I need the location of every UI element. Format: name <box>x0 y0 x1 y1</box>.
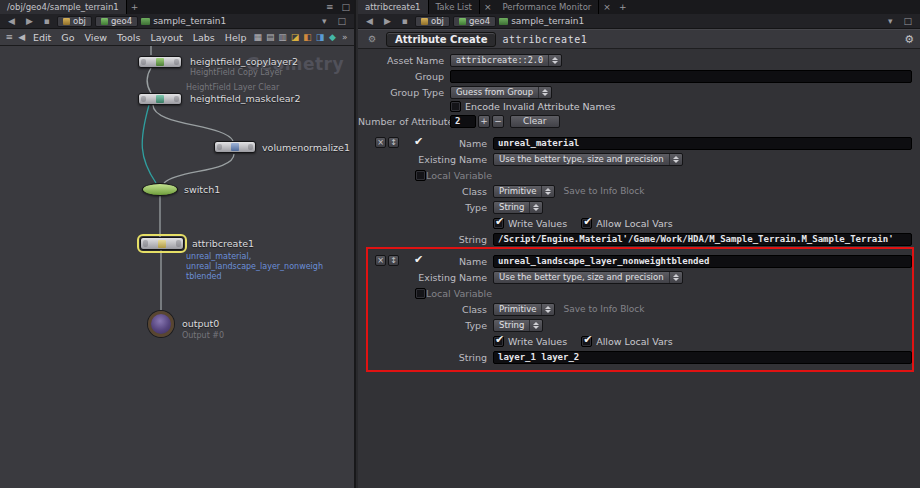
stepper-arrows-icon[interactable] <box>669 272 682 283</box>
node-name-field[interactable]: attribcreate1 <box>502 34 587 45</box>
asset-name-select[interactable]: attribcreate::2.0 <box>450 54 562 67</box>
group-type-select[interactable]: Guess from Group <box>450 86 552 99</box>
close-tab-icon-2[interactable]: × <box>599 0 615 14</box>
menu-labs[interactable]: Labs <box>188 32 220 43</box>
pane-menu-icon[interactable]: ≡ <box>322 0 338 14</box>
attribute-2-enable-check-icon[interactable]: ✔ <box>414 253 423 266</box>
param-breadcrumb-geo4[interactable]: geo4 <box>453 16 496 27</box>
stepper-arrows-icon[interactable] <box>529 202 542 213</box>
new-pane-tab-icon[interactable]: + <box>615 0 631 14</box>
param-breadcrumb-current-node[interactable]: sample_terrain1 <box>499 16 584 26</box>
attr2-write-values-checkbox[interactable] <box>493 336 504 347</box>
node-attribcreate1[interactable] <box>140 237 184 250</box>
pin-icon[interactable]: ▪ <box>40 16 54 26</box>
network-path-tab[interactable]: /obj/geo4/sample_terrain1 <box>0 0 127 14</box>
node-comment-line: unreal_landscape_layer_nonweigh <box>186 262 323 272</box>
wire-maskclear2-to-switch1[interactable] <box>142 105 156 183</box>
reorder-attribute-button[interactable]: ↕ <box>388 255 399 266</box>
menu-hamburger-icon[interactable]: ≡ <box>4 31 14 44</box>
collapse-panel-icon[interactable]: ◀ <box>16 31 26 44</box>
attr2-string-input[interactable]: layer_1 layer_2 <box>493 351 912 364</box>
stepper-arrows-icon[interactable] <box>541 186 554 197</box>
attr1-allow-local-vars-checkbox[interactable] <box>581 218 592 229</box>
node-heightfield-copylayer2[interactable] <box>138 56 182 68</box>
asset-name-value: attribcreate::2.0 <box>456 55 543 65</box>
nav-forward-icon[interactable]: ▶ <box>22 16 37 26</box>
menu-view[interactable]: View <box>79 32 112 43</box>
wire-volumenormalize1-to-switch1[interactable] <box>164 154 234 183</box>
color-palette-icon[interactable]: ◨ <box>315 31 325 44</box>
node-volumenormalize1[interactable] <box>214 141 256 153</box>
remove-attribute-button[interactable]: − <box>492 115 504 128</box>
attr1-write-values-checkbox[interactable] <box>493 218 504 229</box>
stepper-arrows-icon[interactable] <box>548 55 561 66</box>
wire-copylayer2-to-maskclear2[interactable] <box>147 68 151 93</box>
node-type-badge[interactable]: Attribute Create <box>386 32 496 47</box>
param-nav-back-icon[interactable]: ◀ <box>362 16 377 26</box>
stepper-arrows-icon[interactable] <box>541 304 554 315</box>
stepper-arrows-icon[interactable] <box>529 320 542 331</box>
columns-view-icon[interactable]: ▥ <box>277 31 287 44</box>
param-breadcrumb-maximize-icon[interactable]: □ <box>899 16 916 26</box>
wire-maskclear2-to-volumenormalize1[interactable] <box>153 105 233 141</box>
close-tab-icon[interactable]: × <box>480 0 496 14</box>
attr2-name-input[interactable]: unreal_landscape_layer_nonweightblended <box>493 255 912 268</box>
menu-help[interactable]: Help <box>220 32 252 43</box>
attr2-existing-name-select[interactable]: Use the better type, size and precision <box>493 271 683 284</box>
attr1-type-select[interactable]: String <box>493 201 543 214</box>
pane-tab-attribcreate1[interactable]: attribcreate1 <box>358 0 429 14</box>
param-nav-forward-icon[interactable]: ▶ <box>380 16 395 26</box>
add-attribute-button[interactable]: + <box>478 115 490 128</box>
breadcrumb-dropdown-icon[interactable]: ▾ <box>318 16 331 26</box>
encode-invalid-names-checkbox[interactable] <box>450 101 461 112</box>
node-output0[interactable] <box>148 311 174 337</box>
param-breadcrumb-dropdown-icon[interactable]: ▾ <box>884 16 897 26</box>
breadcrumb-obj-label: obj <box>73 16 86 26</box>
nav-back-icon[interactable]: ◀ <box>4 16 19 26</box>
delete-attribute-button[interactable]: × <box>375 255 386 266</box>
attr1-local-variable-checkbox[interactable] <box>415 170 426 181</box>
display-options-icon[interactable]: ◧ <box>302 31 312 44</box>
node-switch1[interactable] <box>142 183 178 196</box>
node-heightfield-maskclear2[interactable] <box>138 93 182 105</box>
number-of-attributes-input[interactable]: 2 <box>450 115 476 128</box>
list-view-icon[interactable]: ▤ <box>265 31 275 44</box>
pane-tab-take-list[interactable]: Take List <box>429 0 480 14</box>
menu-edit[interactable]: Edit <box>28 32 56 43</box>
clear-attributes-button[interactable]: Clear <box>510 115 560 128</box>
breadcrumb-geo4[interactable]: geo4 <box>95 16 138 27</box>
pane-tab-performance-monitor[interactable]: Performance Monitor <box>495 0 599 14</box>
grid-view-icon[interactable]: ▦ <box>253 31 263 44</box>
attr1-name-input[interactable]: unreal_material <box>493 137 912 150</box>
menu-go[interactable]: Go <box>56 32 79 43</box>
gear-menu-icon[interactable]: ⚙ <box>904 33 914 46</box>
new-tab-icon[interactable]: + <box>127 0 143 14</box>
stepper-arrows-icon[interactable] <box>669 154 682 165</box>
network-canvas[interactable]: Geometry heightfield_copylayer2 HeightFi… <box>0 46 354 488</box>
param-breadcrumb-obj[interactable]: obj <box>415 16 450 27</box>
stepper-arrows-icon[interactable] <box>538 87 551 98</box>
attribute-2-gadgets: × ↕ <box>375 255 399 266</box>
pane-maximize-icon[interactable]: □ <box>337 0 354 14</box>
param-pin-icon[interactable]: ▪ <box>398 16 412 26</box>
breadcrumb-obj[interactable]: obj <box>57 16 92 27</box>
shape-palette-icon[interactable]: ◆ <box>327 31 337 44</box>
delete-attribute-button[interactable]: × <box>375 137 386 148</box>
breadcrumb-maximize-icon[interactable]: □ <box>333 16 350 26</box>
overflow-menu-icon[interactable]: » <box>340 31 350 44</box>
attr2-class-select[interactable]: Primitive <box>493 303 555 316</box>
menu-layout[interactable]: Layout <box>145 32 187 43</box>
parameter-tab-bar: attribcreate1 Take List × Performance Mo… <box>358 0 920 14</box>
group-input[interactable] <box>450 70 912 83</box>
attr1-string-input[interactable]: /Script/Engine.Material'/Game/Work/HDA/M… <box>493 233 912 246</box>
attr2-type-select[interactable]: String <box>493 319 543 332</box>
attribute-1-enable-check-icon[interactable]: ✔ <box>414 135 423 148</box>
menu-tools[interactable]: Tools <box>112 32 145 43</box>
snap-tool-icon[interactable]: ◪ <box>290 31 300 44</box>
attr1-class-select[interactable]: Primitive <box>493 185 555 198</box>
attr1-existing-name-select[interactable]: Use the better type, size and precision <box>493 153 683 166</box>
reorder-attribute-button[interactable]: ↕ <box>388 137 399 148</box>
breadcrumb-current-node[interactable]: sample_terrain1 <box>141 16 226 26</box>
attr2-allow-local-vars-checkbox[interactable] <box>581 336 592 347</box>
attr2-local-variable-checkbox[interactable] <box>415 288 426 299</box>
